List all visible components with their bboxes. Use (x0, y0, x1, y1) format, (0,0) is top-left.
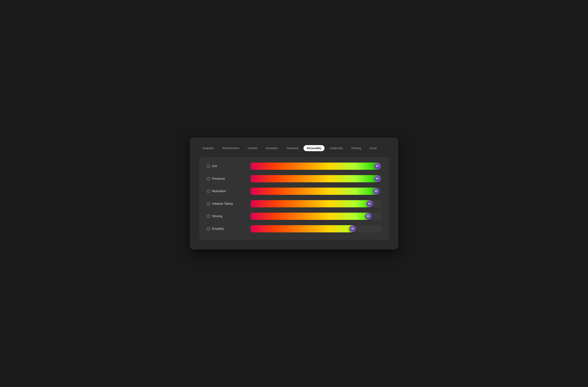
tab-social[interactable]: Social (366, 145, 380, 151)
metric-row-empathy: iEmpathy78 (207, 225, 381, 232)
tab-snapshot[interactable]: Snapshot (199, 145, 217, 151)
bar-container-striving: 90 (250, 213, 381, 220)
metric-row-grit: iGrit97 (207, 163, 381, 170)
bar-overlay-empathy (352, 225, 381, 232)
metric-label-text-empathy: Empathy (212, 227, 224, 231)
tab-leadership[interactable]: Leadership (326, 145, 346, 151)
tab-innovation[interactable]: Innovation (263, 145, 282, 151)
bar-track-initiative-taking: 91 (250, 200, 381, 207)
metric-label-text-presence: Presence (212, 177, 225, 180)
tab-all-dimensions[interactable]: All dimensions (219, 145, 243, 151)
info-icon-grit[interactable]: i (207, 165, 210, 168)
bar-track-grit: 97 (250, 163, 381, 170)
bar-container-motivation: 96 (250, 188, 381, 195)
outer-container: SnapshotAll dimensionsCreativeInnovation… (190, 138, 398, 249)
bar-track-empathy: 78 (250, 225, 381, 232)
metric-label-grit: iGrit (207, 165, 250, 168)
info-icon-motivation[interactable]: i (207, 190, 210, 193)
metric-row-striving: iStriving90 (207, 213, 381, 220)
bar-container-empathy: 78 (250, 225, 381, 232)
metric-row-presence: iPresence97 (207, 175, 381, 182)
info-icon-presence[interactable]: i (207, 177, 210, 180)
metric-row-initiative-taking: iInitiative Taking91 (207, 200, 381, 207)
score-badge-motivation: 96 (373, 188, 379, 195)
metric-label-empathy: iEmpathy (207, 227, 250, 231)
metric-label-text-initiative-taking: Initiative Taking (212, 202, 233, 205)
metric-label-text-striving: Striving (212, 215, 222, 218)
bar-container-grit: 97 (250, 163, 381, 170)
info-icon-empathy[interactable]: i (207, 227, 210, 231)
tab-creative[interactable]: Creative (244, 145, 261, 151)
metric-label-striving: iStriving (207, 215, 250, 218)
info-icon-initiative-taking[interactable]: i (207, 202, 210, 205)
tab-personality[interactable]: Personality (303, 145, 325, 151)
info-icon-striving[interactable]: i (207, 215, 210, 218)
bar-track-presence: 97 (250, 175, 381, 182)
metric-label-text-grit: Grit (212, 165, 217, 168)
metric-label-motivation: iMotivation (207, 190, 250, 193)
score-badge-grit: 97 (374, 163, 381, 170)
nav-tabs: SnapshotAll dimensionsCreativeInnovation… (199, 145, 389, 151)
bar-track-striving: 90 (250, 213, 381, 220)
metric-label-text-motivation: Motivation (212, 190, 226, 193)
tab-teamwork[interactable]: Teamwork (283, 145, 302, 151)
bar-container-presence: 97 (250, 175, 381, 182)
content-card: iGrit97iPresence97iMotivation96iInitiati… (199, 157, 389, 240)
score-badge-empathy: 78 (349, 225, 356, 232)
metric-label-presence: iPresence (207, 177, 250, 180)
score-badge-initiative-taking: 91 (366, 200, 373, 207)
tab-thinking[interactable]: Thinking (348, 145, 365, 151)
metric-row-motivation: iMotivation96 (207, 188, 381, 195)
score-badge-presence: 97 (374, 175, 381, 182)
metric-label-initiative-taking: iInitiative Taking (207, 202, 250, 205)
score-badge-striving: 90 (365, 213, 372, 220)
bar-container-initiative-taking: 91 (250, 200, 381, 207)
bar-track-motivation: 96 (250, 188, 381, 195)
